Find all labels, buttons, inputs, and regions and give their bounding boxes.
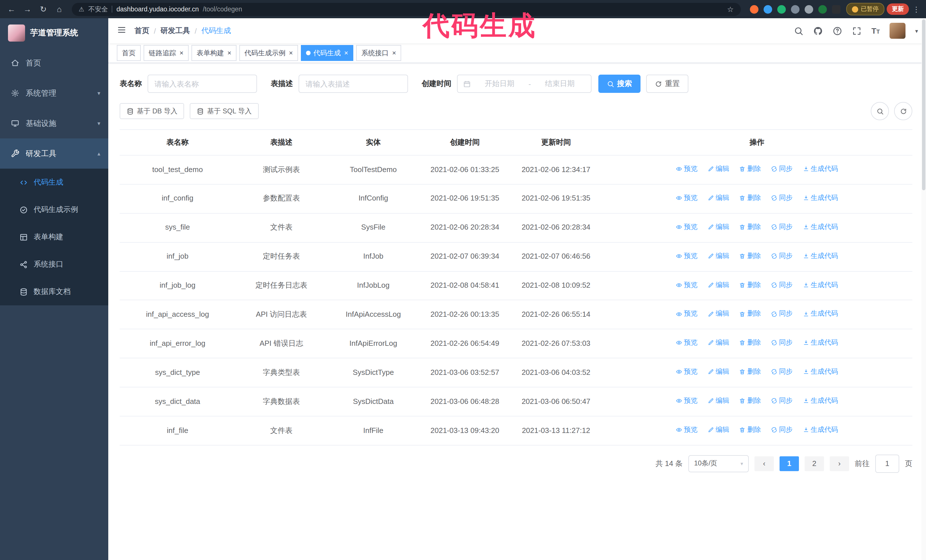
delete-link[interactable]: 删除 [739, 279, 761, 290]
sync-link[interactable]: 同步 [771, 251, 793, 261]
generate-code-link[interactable]: 生成代码 [803, 279, 838, 290]
sync-link[interactable]: 同步 [771, 338, 793, 349]
refresh-button[interactable] [894, 102, 912, 120]
generate-code-link[interactable]: 生成代码 [803, 222, 838, 232]
font-size-icon[interactable]: TT [872, 27, 880, 35]
sync-link[interactable]: 同步 [771, 308, 793, 319]
bookmark-star-icon[interactable]: ☆ [727, 5, 734, 14]
preview-link[interactable]: 预览 [676, 279, 698, 290]
delete-link[interactable]: 删除 [739, 366, 761, 377]
search-icon[interactable] [794, 26, 804, 36]
preview-link[interactable]: 预览 [676, 395, 698, 406]
generate-code-link[interactable]: 生成代码 [803, 395, 838, 406]
reload-icon[interactable]: ↻ [36, 2, 50, 16]
security-label[interactable]: 不安全 [88, 5, 108, 14]
edit-link[interactable]: 编辑 [707, 395, 729, 406]
fullscreen-icon[interactable] [852, 26, 862, 36]
extension-icon[interactable] [804, 5, 813, 14]
sync-link[interactable]: 同步 [771, 395, 793, 406]
delete-link[interactable]: 删除 [739, 222, 761, 232]
logo[interactable]: 芋道管理系统 [0, 18, 108, 48]
close-icon[interactable]: × [180, 50, 183, 56]
delete-link[interactable]: 删除 [739, 424, 761, 435]
extension-icon[interactable] [818, 5, 826, 14]
scrollbar[interactable] [921, 18, 926, 560]
edit-link[interactable]: 编辑 [707, 308, 729, 319]
edit-link[interactable]: 编辑 [707, 424, 729, 435]
back-icon[interactable]: ← [5, 2, 18, 16]
preview-link[interactable]: 预览 [676, 424, 698, 435]
browser-menu-icon[interactable]: ⋮ [911, 5, 921, 14]
preview-link[interactable]: 预览 [676, 251, 698, 261]
generate-code-link[interactable]: 生成代码 [803, 251, 838, 261]
paused-badge[interactable]: 已暂停 [846, 3, 884, 15]
goto-page-input[interactable] [875, 454, 899, 473]
preview-link[interactable]: 预览 [676, 222, 698, 232]
prev-page-button[interactable]: ‹ [755, 456, 774, 471]
tab-codegen-example[interactable]: 代码生成示例 × [239, 45, 298, 61]
sidebar-item-devtools[interactable]: 研发工具 ▴ [0, 139, 108, 169]
edit-link[interactable]: 编辑 [707, 279, 729, 290]
sidebar-item-codegen[interactable]: 代码生成 [0, 169, 108, 196]
tab-home[interactable]: 首页 [117, 45, 141, 61]
chevron-down-icon[interactable]: ▾ [915, 28, 918, 34]
home-icon[interactable]: ⌂ [53, 2, 66, 16]
generate-code-link[interactable]: 生成代码 [803, 366, 838, 377]
sync-link[interactable]: 同步 [771, 222, 793, 232]
sync-link[interactable]: 同步 [771, 424, 793, 435]
delete-link[interactable]: 删除 [739, 251, 761, 261]
update-button[interactable]: 更新 [887, 3, 909, 15]
help-icon[interactable] [833, 26, 843, 36]
delete-link[interactable]: 删除 [739, 193, 761, 203]
toggle-search-button[interactable] [871, 102, 889, 120]
edit-link[interactable]: 编辑 [707, 366, 729, 377]
edit-link[interactable]: 编辑 [707, 251, 729, 261]
close-icon[interactable]: × [227, 50, 232, 56]
close-icon[interactable]: × [344, 50, 348, 56]
preview-link[interactable]: 预览 [676, 308, 698, 319]
sync-link[interactable]: 同步 [771, 193, 793, 203]
preview-link[interactable]: 预览 [676, 193, 698, 203]
close-icon[interactable]: × [289, 50, 293, 56]
page-button-2[interactable]: 2 [805, 456, 824, 471]
table-desc-input[interactable] [299, 75, 408, 93]
generate-code-link[interactable]: 生成代码 [803, 308, 838, 319]
avatar[interactable] [890, 23, 905, 39]
sync-link[interactable]: 同步 [771, 279, 793, 290]
delete-link[interactable]: 删除 [739, 308, 761, 319]
delete-link[interactable]: 删除 [739, 163, 761, 174]
breadcrumb-home[interactable]: 首页 [135, 26, 149, 36]
date-range-picker[interactable]: 开始日期 - 结束日期 [457, 75, 592, 93]
sidebar-item-infra[interactable]: 基础设施 ▾ [0, 108, 108, 139]
sidebar-item-form-builder[interactable]: 表单构建 [0, 223, 108, 251]
extension-icon[interactable] [791, 5, 799, 14]
generate-code-link[interactable]: 生成代码 [803, 193, 838, 203]
delete-link[interactable]: 删除 [739, 338, 761, 349]
edit-link[interactable]: 编辑 [707, 222, 729, 232]
page-button-1[interactable]: 1 [779, 456, 799, 471]
generate-code-link[interactable]: 生成代码 [803, 338, 838, 349]
preview-link[interactable]: 预览 [676, 338, 698, 349]
breadcrumb-devtools[interactable]: 研发工具 [160, 26, 190, 36]
generate-code-link[interactable]: 生成代码 [803, 424, 838, 435]
github-icon[interactable] [814, 26, 823, 36]
sidebar-toggle-icon[interactable] [117, 25, 127, 37]
extension-icon[interactable] [832, 5, 840, 14]
extension-icon[interactable] [763, 5, 772, 14]
import-sql-button[interactable]: 基于 SQL 导入 [190, 103, 259, 119]
sidebar-item-db-docs[interactable]: 数据库文档 [0, 278, 108, 305]
sidebar-item-codegen-example[interactable]: 代码生成示例 [0, 196, 108, 223]
extension-icon[interactable] [777, 5, 785, 14]
sidebar-item-home[interactable]: 首页 [0, 48, 108, 78]
forward-icon[interactable]: → [21, 2, 34, 16]
tab-tracer[interactable]: 链路追踪 × [144, 45, 189, 61]
reset-button[interactable]: 重置 [646, 75, 688, 93]
import-db-button[interactable]: 基于 DB 导入 [120, 103, 185, 119]
edit-link[interactable]: 编辑 [707, 338, 729, 349]
extension-icon[interactable] [750, 5, 758, 14]
edit-link[interactable]: 编辑 [707, 193, 729, 203]
search-button[interactable]: 搜索 [598, 75, 640, 93]
edit-link[interactable]: 编辑 [707, 163, 729, 174]
address-bar[interactable]: ⚠ 不安全 dashboard.yudao.iocoder.cn /tool/c… [72, 3, 740, 16]
delete-link[interactable]: 删除 [739, 395, 761, 406]
